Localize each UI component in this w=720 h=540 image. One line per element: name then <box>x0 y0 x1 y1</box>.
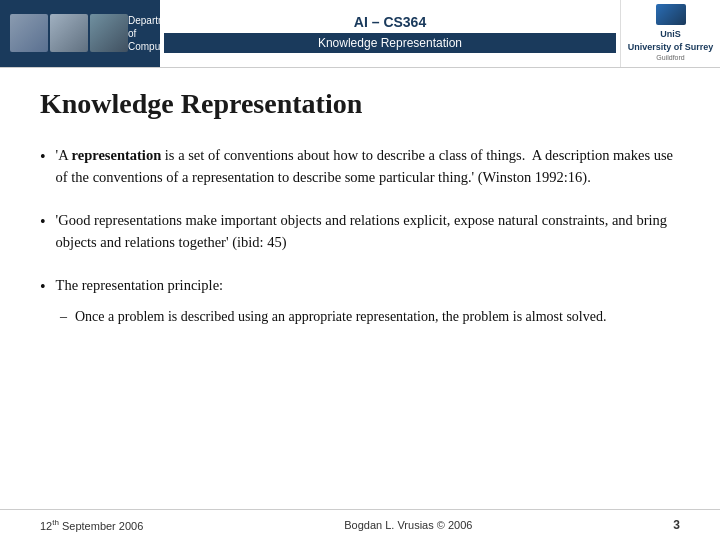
uni-name: UniS <box>628 28 714 41</box>
photo-3 <box>90 14 128 52</box>
bullet-item-3: • The representation principle: – Once a… <box>40 274 680 327</box>
bullet-list: • 'A representation is a set of conventi… <box>40 144 680 327</box>
uni-sub: Guildford <box>628 53 714 63</box>
sub-bullet-item-1: – Once a problem is described using an a… <box>60 306 606 328</box>
uni-logo-shape <box>656 4 686 25</box>
footer-page: 3 <box>673 518 680 532</box>
uni-full: University of Surrey <box>628 41 714 54</box>
photo-2 <box>50 14 88 52</box>
header-right-logo: UniS University of Surrey Guildford <box>620 0 720 67</box>
main-content: Knowledge Representation • 'A representa… <box>0 68 720 362</box>
bullet-item-2: • 'Good representations make important o… <box>40 209 680 254</box>
footer-date-suffix: th <box>52 518 59 527</box>
bullet-dot-2: • <box>40 210 46 235</box>
header: Department of Computing AI – CS364 Knowl… <box>0 0 720 68</box>
uni-logo-text: UniS University of Surrey Guildford <box>628 28 714 63</box>
page-title: Knowledge Representation <box>40 88 680 120</box>
footer-date-rest: September 2006 <box>59 520 143 532</box>
header-center: AI – CS364 Knowledge Representation <box>160 0 620 67</box>
footer-author: Bogdan L. Vrusias © 2006 <box>344 519 472 531</box>
bullet-dot-3: • <box>40 275 46 300</box>
bullet-text-3: The representation principle: <box>56 274 224 296</box>
bold-representation: representation <box>72 147 162 163</box>
footer: 12th September 2006 Bogdan L. Vrusias © … <box>0 509 720 540</box>
bullet-dot-1: • <box>40 145 46 170</box>
bullet-text-1: 'A representation is a set of convention… <box>56 144 680 189</box>
bullet-text-2: 'Good representations make important obj… <box>56 209 680 254</box>
photo-1 <box>10 14 48 52</box>
footer-date-prefix: 12 <box>40 520 52 532</box>
footer-date: 12th September 2006 <box>40 518 143 532</box>
course-title: AI – CS364 <box>354 14 426 30</box>
bullet-item-1: • 'A representation is a set of conventi… <box>40 144 680 189</box>
header-left-dept: Department of Computing <box>0 0 160 67</box>
sub-bullet-text-1: Once a problem is described using an app… <box>75 306 606 328</box>
subtitle-bar: Knowledge Representation <box>164 33 616 53</box>
sub-bullet-dash: – <box>60 306 67 328</box>
sub-bullet-list: – Once a problem is described using an a… <box>60 306 606 328</box>
header-photos <box>10 14 128 52</box>
